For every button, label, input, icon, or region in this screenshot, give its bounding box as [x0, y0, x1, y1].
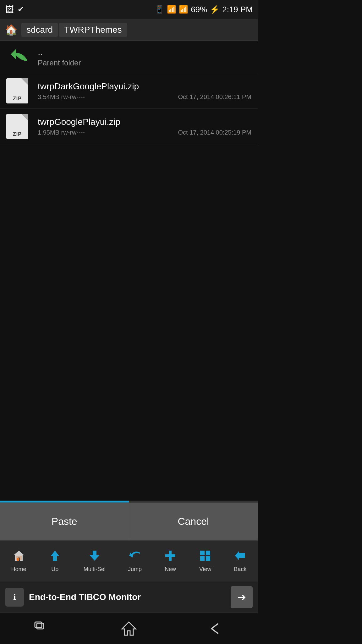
file-list: .. Parent folder ZIP twrpDarkGooglePlayu… — [0, 41, 258, 501]
file-name-1: twrpDarkGooglePlayui.zip — [38, 81, 251, 92]
wifi-icon: 📶 — [167, 5, 176, 14]
file-info-1: twrpDarkGooglePlayui.zip 3.54MB rw-rw---… — [38, 81, 251, 101]
svg-rect-10 — [206, 556, 210, 561]
battery-percent: 69% — [191, 5, 207, 14]
file-meta-1: 3.54MB rw-rw---- Oct 17, 2014 00:26:11 P… — [38, 93, 251, 101]
zip-icon-2: ZIP — [6, 114, 31, 139]
toolbar-item-up[interactable]: Up — [46, 547, 64, 575]
toolbar-item-home[interactable]: Home — [8, 547, 30, 575]
progress-bar — [0, 501, 258, 502]
file-row[interactable]: ZIP twrpGooglePlayui.zip 1.95MB rw-rw---… — [0, 109, 258, 144]
toolbar-label-back: Back — [234, 566, 246, 573]
svg-marker-4 — [90, 551, 100, 561]
phone-icon: 📱 — [155, 5, 164, 14]
time-display: 2:19 PM — [222, 5, 253, 14]
home-icon — [13, 549, 25, 565]
toolbar-label-jump: Jump — [128, 566, 142, 573]
nav-home-button[interactable] — [116, 619, 141, 638]
toolbar-label-new: New — [165, 566, 176, 573]
ad-banner[interactable]: ℹ End-to-End TIBCO Monitor ➔ — [0, 581, 258, 613]
svg-rect-7 — [200, 551, 205, 555]
image-icon: 🖼 — [5, 4, 14, 15]
check-icon: ✔ — [18, 5, 24, 14]
back-arrow-icon — [6, 46, 31, 68]
parent-folder-label: Parent folder — [38, 58, 81, 67]
file-meta-2: 1.95MB rw-rw---- Oct 17, 2014 00:25:19 P… — [38, 129, 251, 136]
toolbar-label-view: View — [199, 566, 211, 573]
svg-marker-11 — [235, 551, 245, 560]
svg-rect-9 — [200, 556, 205, 561]
up-icon — [49, 549, 61, 565]
file-info-2: twrpGooglePlayui.zip 1.95MB rw-rw---- Oc… — [38, 117, 251, 136]
cancel-button[interactable]: Cancel — [129, 503, 258, 540]
svg-rect-6 — [165, 554, 175, 557]
file-row[interactable]: ZIP twrpDarkGooglePlayui.zip 3.54MB rw-r… — [0, 73, 258, 109]
status-right-info: 📱 📶 📶 69% ⚡ 2:19 PM — [155, 5, 253, 14]
parent-folder-row[interactable]: .. Parent folder — [0, 41, 258, 73]
status-left-icons: 🖼 ✔ — [5, 4, 24, 15]
toolbar-item-back[interactable]: Back — [231, 547, 250, 575]
new-icon — [164, 549, 177, 565]
ad-icon: ℹ — [5, 588, 24, 607]
status-bar: 🖼 ✔ 📱 📶 📶 69% ⚡ 2:19 PM — [0, 0, 258, 19]
jump-icon — [129, 549, 141, 565]
ad-arrow-button[interactable]: ➔ — [231, 586, 253, 608]
file-size-1: 3.54MB rw-rw---- — [38, 93, 85, 101]
svg-rect-2 — [16, 556, 22, 560]
signal-icon: 📶 — [179, 5, 188, 14]
home-breadcrumb-icon[interactable]: 🏠 — [5, 24, 18, 36]
view-icon — [199, 549, 211, 565]
toolbar-label-up: Up — [51, 566, 58, 573]
nav-back-button[interactable] — [202, 619, 227, 638]
multisel-icon — [88, 549, 101, 565]
nav-recent-button[interactable] — [30, 619, 56, 638]
file-date-2: Oct 17, 2014 00:25:19 PM — [178, 129, 252, 136]
paste-button[interactable]: Paste — [0, 503, 129, 540]
svg-marker-3 — [51, 551, 59, 561]
progress-fill — [0, 501, 129, 502]
zip-icon-1: ZIP — [6, 78, 31, 103]
toolbar-item-view[interactable]: View — [196, 547, 215, 575]
file-date-1: Oct 17, 2014 00:26:11 PM — [178, 93, 252, 101]
toolbar-item-jump[interactable]: Jump — [125, 547, 145, 575]
svg-marker-14 — [122, 622, 136, 635]
ad-text: End-to-End TIBCO Monitor — [29, 592, 231, 602]
toolbar-label-multisel: Multi-Sel — [84, 566, 106, 573]
file-size-2: 1.95MB rw-rw---- — [38, 129, 85, 136]
svg-rect-8 — [206, 551, 210, 555]
toolbar-label-home: Home — [11, 566, 26, 573]
back-icon — [234, 549, 246, 565]
nav-bar — [0, 613, 258, 644]
breadcrumb-twrpthemes[interactable]: TWRPThemes — [59, 23, 127, 37]
breadcrumb-sdcard[interactable]: sdcard — [21, 23, 58, 37]
file-name-2: twrpGooglePlayui.zip — [38, 117, 251, 127]
toolbar-item-multisel[interactable]: Multi-Sel — [80, 547, 109, 575]
bottom-toolbar: Home Up Multi-Sel Jump — [0, 540, 258, 581]
toolbar-item-new[interactable]: New — [161, 547, 180, 575]
parent-folder-text: .. Parent folder — [38, 47, 81, 67]
action-buttons: Paste Cancel — [0, 502, 258, 540]
parent-folder-dots: .. — [38, 47, 81, 57]
breadcrumb-bar: 🏠 sdcard TWRPThemes — [0, 19, 258, 41]
charging-icon: ⚡ — [210, 5, 220, 14]
